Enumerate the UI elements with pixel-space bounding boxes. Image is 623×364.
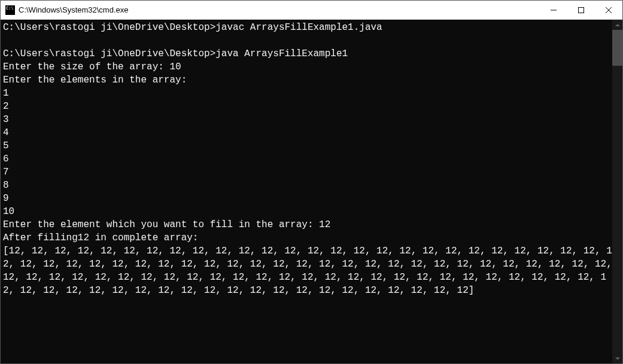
window-controls xyxy=(540,1,622,19)
close-button[interactable] xyxy=(595,1,622,19)
svg-rect-1 xyxy=(579,7,584,13)
svg-marker-5 xyxy=(615,357,620,360)
window-title: C:\Windows\System32\cmd.exe xyxy=(19,5,540,14)
close-icon xyxy=(606,7,612,13)
scroll-track[interactable] xyxy=(612,30,622,353)
svg-marker-4 xyxy=(615,24,620,26)
minimize-button[interactable] xyxy=(540,1,567,19)
cmd-icon xyxy=(5,5,15,15)
terminal-output[interactable]: C:\Users\rastogi ji\OneDrive\Desktop>jav… xyxy=(1,20,612,363)
scroll-thumb[interactable] xyxy=(612,30,622,66)
cmd-window: C:\Windows\System32\cmd.exe C:\Users\ras… xyxy=(0,0,623,364)
scroll-up-arrow[interactable] xyxy=(612,20,622,30)
titlebar[interactable]: C:\Windows\System32\cmd.exe xyxy=(1,1,622,20)
maximize-button[interactable] xyxy=(567,1,595,19)
scroll-down-arrow[interactable] xyxy=(612,353,622,363)
chevron-down-icon xyxy=(615,357,620,360)
terminal-area: C:\Users\rastogi ji\OneDrive\Desktop>jav… xyxy=(1,20,622,363)
minimize-icon xyxy=(551,7,557,13)
maximize-icon xyxy=(578,7,584,13)
scrollbar[interactable] xyxy=(612,20,622,363)
chevron-up-icon xyxy=(615,24,620,26)
